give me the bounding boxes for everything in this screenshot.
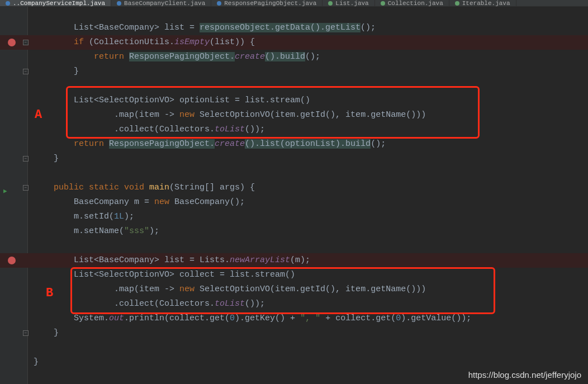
annotation-box-a (66, 86, 480, 139)
file-icon (328, 1, 333, 6)
code-line (34, 166, 588, 181)
fold-marker[interactable]: − (23, 40, 29, 45)
tab-1[interactable]: BaseCompanyClient.java (111, 0, 211, 7)
code-line: public static void main(String[] args) { (34, 181, 588, 195)
tab-label: Iterable.java (462, 0, 510, 7)
tab-label: ResponsePagingObject.java (224, 0, 316, 7)
tab-label: List.java (335, 0, 368, 7)
code-editor[interactable]: List<BaseCompany> list = responseObject.… (28, 7, 588, 384)
fold-marker[interactable]: − (23, 69, 29, 74)
breakpoint-icon[interactable] (8, 257, 16, 264)
tab-0[interactable]: ..CompanyServiceImpl.java (0, 0, 111, 7)
annotation-label-a: A (35, 108, 42, 122)
code-line: } (34, 64, 588, 79)
editor-tabs: ..CompanyServiceImpl.java BaseCompanyCli… (0, 0, 588, 7)
file-icon (217, 1, 221, 6)
fold-marker[interactable]: − (23, 156, 29, 162)
code-line: m.setName("sss"); (34, 224, 588, 239)
annotation-label-b: B (46, 286, 53, 300)
code-line: BaseCompany m = new BaseCompany(); (34, 195, 588, 210)
tab-2[interactable]: ResponsePagingObject.java (211, 0, 323, 7)
file-icon (117, 1, 121, 6)
code-line: } (34, 326, 588, 340)
file-icon (455, 1, 459, 6)
fold-marker[interactable]: − (23, 330, 29, 336)
code-line: List<BaseCompany> list = Lists.newArrayL… (34, 253, 588, 268)
code-line (34, 239, 588, 253)
code-line: if (CollectionUtils.isEmpty(list)) { (34, 35, 588, 50)
file-icon (381, 1, 385, 6)
code-line: return ResponsePagingObject.create().lis… (34, 137, 588, 151)
fold-strip (21, 7, 28, 384)
fold-marker[interactable]: − (23, 185, 29, 191)
code-line (34, 340, 588, 355)
tab-label: ..CompanyServiceImpl.java (13, 0, 105, 7)
tab-label: Collection.java (388, 0, 443, 7)
file-icon (6, 1, 10, 6)
breakpoint-icon[interactable] (8, 39, 16, 46)
run-gutter-icon[interactable]: ▶ (3, 187, 7, 195)
code-line: m.setId(1L); (34, 210, 588, 224)
code-line: List<BaseCompany> list = responseObject.… (34, 21, 588, 35)
watermark: https://blog.csdn.net/jefferyjojo (468, 370, 581, 380)
tab-5[interactable]: Iterable.java (449, 0, 516, 7)
code-line: } (34, 355, 588, 369)
tab-label: BaseCompanyClient.java (124, 0, 205, 7)
code-line: } (34, 151, 588, 166)
tab-3[interactable]: List.java (323, 0, 374, 7)
annotation-box-b (70, 267, 495, 314)
tab-4[interactable]: Collection.java (375, 0, 449, 7)
code-line: return ResponsePagingObject.create().bui… (34, 50, 588, 64)
